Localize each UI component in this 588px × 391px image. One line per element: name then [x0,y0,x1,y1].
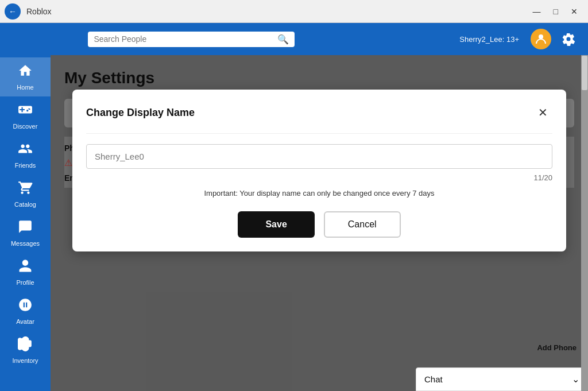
modal-close-button[interactable]: ✕ [533,103,552,122]
svg-point-0 [539,34,543,39]
topbar: 🔍 Sherry2_Lee: 13+ [0,23,588,55]
catalog-icon [18,180,33,199]
main-layout: Home Discover Friends [0,55,588,391]
chat-label: Chat [424,374,443,384]
modal-actions: Save Cancel [86,211,552,238]
search-icon: 🔍 [277,34,289,45]
sidebar-item-messages[interactable]: Messages [0,214,51,253]
maximize-button[interactable]: □ [548,5,564,18]
minimize-button[interactable]: — [527,5,547,18]
save-button[interactable]: Save [238,211,314,238]
back-button[interactable]: ← [5,3,21,20]
settings-button[interactable] [558,29,579,49]
cancel-button[interactable]: Cancel [324,211,401,238]
sidebar-item-avatar[interactable]: Avatar [0,292,51,331]
sidebar-item-home[interactable]: Home [0,57,51,96]
search-box[interactable]: 🔍 [88,32,295,47]
modal-title: Change Display Name [86,107,195,119]
discover-icon [18,102,33,121]
char-count: 11/20 [86,173,552,182]
sidebar-label-avatar: Avatar [16,318,34,325]
sidebar-item-discover[interactable]: Discover [0,96,51,136]
titlebar-left: ← Roblox [5,3,52,20]
sidebar-label-inventory: Inventory [12,357,38,364]
modal-header: Change Display Name ✕ [86,103,552,122]
sidebar-label-discover: Discover [13,123,38,130]
sidebar-item-profile[interactable]: Profile [0,253,51,292]
scrollbar-track[interactable] [581,55,588,391]
friends-icon [18,141,33,160]
sidebar-item-friends[interactable]: Friends [0,136,51,175]
search-input[interactable] [94,34,274,44]
sidebar: Home Discover Friends [0,55,51,391]
display-name-input[interactable] [86,144,552,169]
inventory-icon [18,336,33,355]
user-label: Sherry2_Lee: 13+ [459,35,519,44]
sidebar-item-inventory[interactable]: Inventory [0,331,51,370]
sidebar-item-catalog[interactable]: Catalog [0,175,51,214]
modal: Change Display Name ✕ 11/20 Important: Y… [72,90,566,251]
avatar[interactable] [531,29,551,49]
sidebar-label-catalog: Catalog [14,201,36,208]
sidebar-label-home: Home [17,84,33,91]
window-controls: — □ ✕ [527,5,583,18]
sidebar-label-friends: Friends [15,162,36,169]
modal-info-text: Important: Your display name can only be… [86,189,552,198]
avatar-icon [18,297,33,316]
chat-bar[interactable]: Chat ⌄ [416,367,588,391]
profile-icon [18,258,33,277]
modal-input-wrapper [86,144,552,169]
titlebar: ← Roblox — □ ✕ [0,0,588,23]
add-phone-right[interactable]: Add Phone [537,343,577,352]
chat-chevron-icon: ⌄ [572,374,579,385]
home-icon [18,63,33,82]
modal-overlay: Change Display Name ✕ 11/20 Important: Y… [51,55,588,391]
close-button[interactable]: ✕ [565,5,583,18]
scrollbar-thumb[interactable] [582,56,587,90]
app-title: Roblox [26,7,52,16]
sidebar-label-messages: Messages [11,240,40,247]
messages-icon [18,219,33,238]
sidebar-label-profile: Profile [16,279,34,286]
content-area: My Settings Account Info ⌄ Change Displa… [51,55,588,391]
